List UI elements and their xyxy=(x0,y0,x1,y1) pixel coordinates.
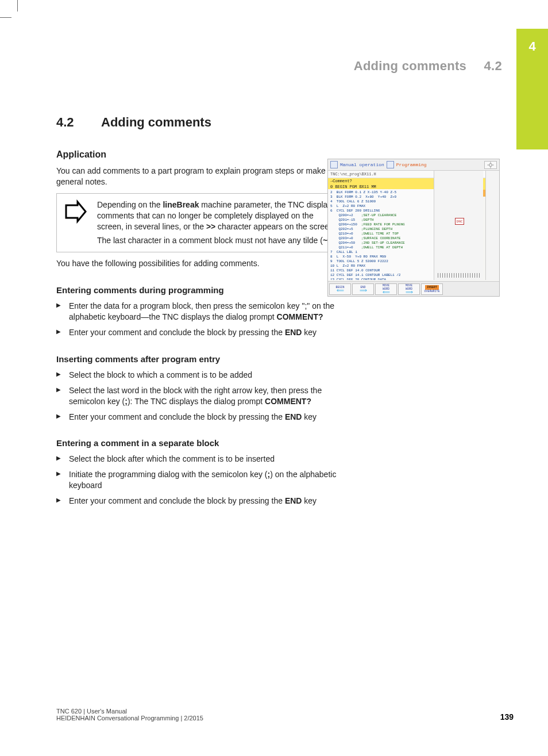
code-line: 6 CYCL DEF 200 DRILLING xyxy=(330,209,433,213)
list-item: Initiate the programming dialog with the… xyxy=(56,469,344,491)
page-number: 139 xyxy=(500,712,514,722)
code-line: Q202=+5 ;PLUNGING DEPTH xyxy=(330,227,433,232)
section-title: Adding comments xyxy=(101,115,211,129)
code-line: Q200=+2 ;SET-UP CLEARANCE xyxy=(330,213,433,218)
softkey-end[interactable]: END⟹ xyxy=(352,283,374,295)
note-box: Depending on the lineBreak machine param… xyxy=(56,193,344,253)
scr-code-area: 2 BLK FORM 0.1 Z X-135 Y-40 Z-53 BLK FOR… xyxy=(328,189,435,280)
application-intro: You can add comments to a part program t… xyxy=(56,166,344,187)
code-line: 12 CYCL DEF 14.1 CONTOUR LABEL1 /2 xyxy=(330,273,433,278)
sub1-heading: Entering comments during programming xyxy=(56,285,344,295)
arrow-left-icon: ⟸ xyxy=(337,289,344,293)
code-line: 3 BLK FORM 0.2 X+80 Y+40 Z+0 xyxy=(330,195,433,199)
svg-point-0 xyxy=(489,163,492,166)
code-line: 8 L X-50 Y+0 R0 FMAX M99 xyxy=(330,255,433,259)
note-paragraph-2: The last character in a comment block mu… xyxy=(97,235,336,246)
list-item: Select the last word in the block with t… xyxy=(56,385,344,407)
arrow-right-icon: ⟹ xyxy=(360,289,367,293)
footer-line-2: HEIDENHAIN Conversational Programming | … xyxy=(56,715,514,722)
code-line: 2 BLK FORM 0.1 Z X-135 Y-40 Z-5 xyxy=(330,190,433,195)
scr-side-panel: DNC xyxy=(434,171,483,280)
code-line: 9 TOOL CALL 5 Z S3000 F2222 xyxy=(330,259,433,264)
code-line: Q210=+0 ;DWELL TIME AT TOP xyxy=(330,232,433,236)
application-after-note: You have the following possibilities for… xyxy=(56,258,344,269)
mode-right: Programming xyxy=(396,162,427,167)
tnc-screenshot: Manual operation Programming TNC:\nc_pro… xyxy=(327,159,500,297)
code-line: Q204=+50 ;2ND SET-UP CLEARANCE xyxy=(330,241,433,245)
main-content: 4.2Adding comments Application You can a… xyxy=(56,115,344,511)
softkey-insert-overwrite[interactable]: INSERTOVERWRITE xyxy=(421,283,443,295)
sub2-list: Select the block to which a comment is t… xyxy=(56,370,344,423)
softkey-begin[interactable]: BEGIN⟸ xyxy=(329,283,351,295)
code-line: Q206=+150 ;FEED RATE FOR PLNGNG xyxy=(330,222,433,227)
arrow-left-icon: ⟸ xyxy=(383,291,390,294)
list-item: Enter your comment and conclude the bloc… xyxy=(56,496,344,506)
list-item: Select the block after which the comment… xyxy=(56,454,344,465)
sub3-heading: Entering a comment in a separate block xyxy=(56,438,344,448)
list-item: Enter the data for a program block, then… xyxy=(56,301,344,323)
mode-icon xyxy=(330,161,338,168)
note-arrow-icon xyxy=(63,199,87,224)
code-line: 7 CALL LBL 1 xyxy=(330,250,433,255)
footer-line-1: TNC 620 | User's Manual xyxy=(56,708,514,715)
section-number: 4.2 xyxy=(56,115,101,130)
application-heading: Application xyxy=(56,149,344,160)
gear-icon[interactable] xyxy=(484,161,497,169)
running-head: Adding comments 4.2 xyxy=(354,59,502,74)
ruler-icon xyxy=(438,273,480,278)
running-head-title: Adding comments xyxy=(354,59,466,73)
section-heading: 4.2Adding comments xyxy=(56,115,344,130)
code-line: 13 CYCL DEF 20 CONTOUR DATA xyxy=(330,278,433,280)
list-item: Enter your comment and conclude the bloc… xyxy=(56,327,344,338)
scr-topbar: Manual operation Programming xyxy=(328,159,499,171)
sub1-list: Enter the data for a program block, then… xyxy=(56,301,344,338)
mode-left: Manual operation xyxy=(340,162,384,167)
sub2-heading: Inserting comments after program entry xyxy=(56,354,344,364)
code-line: 10 L Z+2 R0 FMAX xyxy=(330,264,433,268)
code-line: 5 L Z+2 R0 FMAX xyxy=(330,204,433,209)
mode-icon xyxy=(387,161,394,168)
footer: TNC 620 | User's Manual HEIDENHAIN Conve… xyxy=(56,708,514,722)
code-line: Q203=+0 ;SURFACE COORDINATE xyxy=(330,236,433,241)
scr-softkey-bar: BEGIN⟸ END⟹ MOVEWORD⟸ MOVEWORD⟹ INSERTOV… xyxy=(328,281,499,296)
code-line: 4 TOOL CALL 6 Z S1000 xyxy=(330,199,433,204)
running-head-number: 4.2 xyxy=(484,59,502,73)
code-line: 11 CYCL DEF 14.0 CONTOUR xyxy=(330,268,433,273)
softkey-move-word-left[interactable]: MOVEWORD⟸ xyxy=(375,283,397,295)
list-item: Select the block to which a comment is t… xyxy=(56,370,344,381)
code-line: Q211=+0 ;DWELL TIME AT DEPTH xyxy=(330,245,433,250)
code-line: Q201=-15 ;DEPTH xyxy=(330,218,433,222)
sub3-list: Select the block after which the comment… xyxy=(56,454,344,506)
list-item: Enter your comment and conclude the bloc… xyxy=(56,412,344,423)
chapter-tab: 4 xyxy=(516,29,548,149)
softkey-move-word-right[interactable]: MOVEWORD⟹ xyxy=(398,283,420,295)
arrow-right-icon: ⟹ xyxy=(406,291,413,294)
scr-right-col xyxy=(485,171,499,280)
dnc-icon: DNC xyxy=(455,218,464,225)
note-paragraph-1: Depending on the lineBreak machine param… xyxy=(97,199,336,232)
